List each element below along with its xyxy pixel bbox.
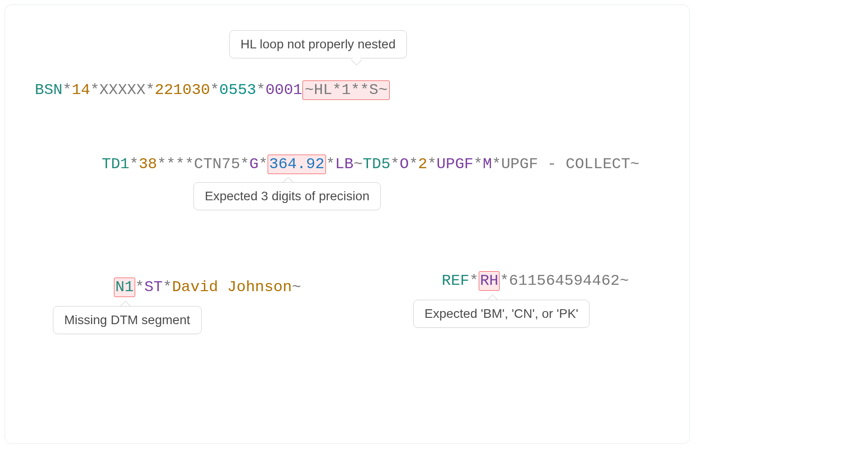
code-line-4: REF*RH*611564594462~: [442, 271, 629, 291]
delimiter-stars: ****: [157, 156, 194, 173]
delimiter-star: *: [135, 278, 144, 296]
error-highlight-rh: RH: [479, 271, 500, 291]
terminator-tilde: ~: [292, 278, 301, 296]
delimiter-star: *: [240, 156, 249, 173]
terminator-tilde: ~: [620, 272, 629, 289]
delimiter-star: *: [469, 272, 478, 289]
segment-bsn: BSN: [35, 81, 62, 99]
delimiter-star: *: [256, 81, 265, 99]
delimiter-star: *: [146, 81, 155, 99]
tooltip-text: HL loop not properly nested: [241, 37, 396, 51]
diagram-stage: HL loop not properly nested BSN*14*XXXXX…: [5, 5, 689, 444]
value-st: ST: [144, 278, 163, 296]
tooltip-text: Missing DTM segment: [64, 313, 190, 327]
delimiter-star: *: [473, 156, 482, 173]
value-2: 2: [418, 156, 427, 173]
tooltip-text: Expected 'BM', 'CN', or 'PK': [425, 307, 578, 321]
segment-td5: TD5: [363, 156, 390, 173]
code-line-3: N1*ST*David Johnson~: [114, 278, 301, 297]
value-g: G: [250, 156, 259, 173]
value-lb: LB: [335, 156, 354, 173]
value-m: M: [483, 156, 492, 173]
tooltip-expected-codes: Expected 'BM', 'CN', or 'PK': [413, 300, 590, 328]
terminator-tilde: ~: [354, 156, 363, 173]
value-david-johnson: David Johnson: [172, 278, 292, 296]
value-upgf-collect: UPGF - COLLECT: [501, 156, 630, 173]
terminator-tilde: ~: [630, 156, 639, 173]
tooltip-precision: Expected 3 digits of precision: [193, 182, 381, 210]
delimiter-star: *: [500, 272, 509, 289]
delimiter-star: *: [391, 156, 400, 173]
value-hl-segment: ~HL*1**S~: [305, 81, 388, 99]
value-38: 38: [139, 156, 157, 173]
value-0553: 0553: [219, 81, 256, 99]
delimiter-star: *: [129, 156, 138, 173]
value-rh: RH: [480, 272, 499, 289]
value-221030: 221030: [155, 81, 210, 99]
delimiter-star: *: [259, 156, 268, 173]
value-14: 14: [72, 81, 90, 99]
delimiter-star: *: [163, 278, 172, 296]
tooltip-hl-nested: HL loop not properly nested: [229, 30, 407, 58]
value-ctn75: CTN75: [194, 156, 240, 173]
value-364-92: 364.92: [269, 156, 324, 173]
delimiter-star: *: [210, 81, 219, 99]
value-o: O: [400, 156, 409, 173]
delimiter-star: *: [409, 156, 418, 173]
tooltip-text: Expected 3 digits of precision: [205, 189, 369, 203]
error-highlight-precision: 364.92: [268, 155, 326, 174]
tooltip-missing-dtm: Missing DTM segment: [53, 306, 202, 334]
value-0001: 0001: [265, 81, 302, 99]
code-line-1: BSN*14*XXXXX*221030*0553*0001~HL*1**S~: [35, 80, 390, 100]
delimiter-star: *: [62, 81, 71, 99]
delimiter-star: *: [90, 81, 99, 99]
error-highlight-n1: N1: [114, 278, 135, 297]
delimiter-star: *: [427, 156, 436, 173]
value-xxxxx: XXXXX: [99, 81, 146, 99]
diagram-card: HL loop not properly nested BSN*14*XXXXX…: [5, 5, 690, 444]
error-highlight-hl: ~HL*1**S~: [302, 80, 390, 100]
code-line-2: TD1*38****CTN75*G*364.92*LB~TD5*O*2*UPGF…: [102, 155, 640, 174]
delimiter-star: *: [492, 156, 501, 173]
segment-ref: REF: [442, 272, 469, 289]
segment-td1: TD1: [102, 156, 129, 173]
segment-n1: N1: [115, 278, 134, 296]
delimiter-star: *: [326, 156, 335, 173]
value-611564594462: 611564594462: [509, 272, 620, 289]
value-upgf: UPGF: [437, 156, 474, 173]
